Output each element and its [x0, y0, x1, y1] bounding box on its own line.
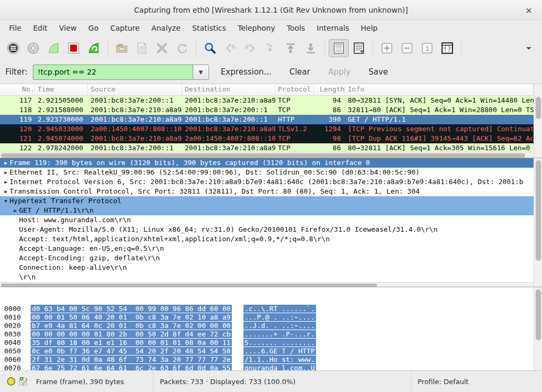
column-header-info[interactable]: Info [345, 84, 534, 95]
expand-arrow-icon[interactable]: ▶ [2, 189, 10, 194]
list-interfaces-icon[interactable] [3, 39, 23, 57]
column-header-destination[interactable]: Destination [182, 84, 275, 95]
hex-row[interactable]: 0000d0 63 b4 00 5c 90 52 54 00 99 00 96 … [0, 305, 542, 313]
cell-dst: 2001:bc8:3a7e:210:a8a9 [182, 124, 275, 134]
expand-arrow-icon[interactable]: ▶ [2, 160, 10, 166]
packet-row[interactable]: 1172.9215050002001:bc8:3a7e:200::12001:b… [0, 96, 534, 105]
wireshark-window: Capturing from eth0 [Wireshark 1.12.1 (G… [0, 0, 542, 392]
detail-row[interactable]: ▶GET / HTTP/1.1\r\n [0, 206, 534, 215]
hex-ascii: ...P.@ . ..:~.... [243, 313, 316, 321]
hex-row[interactable]: 003000 00 00 00 00 01 80 2b 00 50 2d 8f … [0, 330, 542, 339]
hex-bytes: 00 00 01 50 06 40 20 01 0b c8 3a 7e 02 1… [31, 313, 232, 321]
detail-row[interactable]: ▶Internet Protocol Version 6, Src: 2001:… [0, 177, 534, 187]
menu-item-tools[interactable]: Tools [281, 22, 311, 34]
capture-options-icon[interactable] [23, 39, 43, 57]
details-vscrollbar[interactable] [534, 158, 542, 287]
menu-item-capture[interactable]: Capture [104, 22, 146, 34]
detail-row[interactable]: Connection: keep-alive\r\n [0, 263, 534, 272]
expand-arrow-icon[interactable]: ▶ [12, 208, 19, 213]
auto-scroll-icon[interactable] [349, 39, 369, 57]
hex-row[interactable]: 007067 6e 75 72 61 6e 64 61 6c 2e 63 6f … [0, 364, 542, 370]
expand-arrow-icon[interactable]: ▼ [2, 198, 10, 204]
hex-row[interactable]: 00500c e0 0b f7 36 e7 47 45 54 20 2f 20 … [0, 347, 542, 355]
details-hscrollbar[interactable] [0, 282, 534, 287]
hex-vscrollbar[interactable] [534, 287, 542, 370]
capture-stop-icon[interactable] [64, 39, 84, 57]
capture-start-icon[interactable] [43, 39, 64, 57]
packet-row[interactable]: 1202.9450330002a00:1450:4007:808::102001… [0, 124, 534, 134]
column-header-no[interactable]: No. [0, 84, 35, 95]
colorize-icon[interactable] [329, 39, 349, 57]
packet-list-vscrollbar[interactable] [534, 84, 542, 158]
zoom-out-icon[interactable] [397, 39, 417, 57]
filter-dropdown-icon[interactable]: ▼ [193, 65, 209, 80]
zoom-100-icon[interactable]: 1 [417, 39, 437, 57]
go-forward-icon[interactable] [240, 39, 260, 57]
zoom-in-icon[interactable] [377, 39, 397, 57]
filter-expression-button[interactable]: Expression... [214, 64, 278, 80]
column-header-source[interactable]: Source [88, 84, 182, 95]
menu-item-analyze[interactable]: Analyze [146, 22, 186, 34]
column-header-protocol[interactable]: Protocol [275, 84, 314, 95]
detail-row[interactable]: ▼Hypertext Transfer Protocol [0, 196, 534, 206]
detail-row[interactable]: Accept-Language: en-US,en;q=0.5\r\n [0, 244, 534, 253]
packet-list-hscrollbar[interactable] [0, 152, 534, 158]
packet-row[interactable]: 1182.9215880002001:bc8:3a7e:210:a8a92001… [0, 105, 534, 115]
expert-info-icon[interactable] [6, 377, 16, 386]
resize-columns-icon[interactable]: + + [437, 39, 457, 57]
cell-info: 80→32811 [SYN, ACK] Seq=0 Ack=1 Win=1448… [345, 96, 534, 105]
filter-save-button[interactable]: Save [362, 64, 394, 80]
menu-item-file[interactable]: File [3, 22, 27, 34]
menu-item-telephony[interactable]: Telephony [232, 22, 281, 34]
packet-row[interactable]: 1212.9450740002001:bc8:3a7e:210:a8a92a00… [0, 134, 534, 143]
cell-no: 122 [0, 143, 35, 152]
more-tools-icon[interactable] [519, 39, 539, 57]
menu-item-view[interactable]: View [53, 22, 83, 34]
hex-row[interactable]: 0020b7 e9 4a 81 64 0c 20 01 0b c8 3a 7e … [0, 322, 542, 330]
filter-input[interactable] [33, 65, 193, 80]
save-file-icon[interactable]: 010101100011 [132, 39, 152, 57]
menu-item-edit[interactable]: Edit [27, 22, 53, 34]
go-to-packet-icon[interactable] [260, 39, 281, 57]
packet-row[interactable]: 1192.9237300002001:bc8:3a7e:210:a8a92001… [0, 115, 534, 124]
hex-row[interactable]: 00602f 31 2e 31 0d 0a 48 6f 73 74 3a 20 … [0, 355, 542, 364]
menu-item-help[interactable]: Help [355, 22, 384, 34]
detail-row[interactable]: ▶Frame 119: 390 bytes on wire (3120 bits… [0, 158, 534, 168]
hex-row[interactable]: 001000 00 01 50 06 40 20 01 0b c8 3a 7e … [0, 313, 542, 322]
detail-row[interactable]: Host: www.gnurandal.com\r\n [0, 215, 534, 225]
expand-arrow-icon[interactable]: ▶ [2, 170, 10, 175]
find-packet-icon[interactable] [200, 39, 220, 57]
hex-row[interactable]: 004035 df 80 18 00 e1 e1 16 00 00 01 01 … [0, 339, 542, 347]
filter-clear-button[interactable]: Clear [283, 64, 317, 80]
go-to-top-icon[interactable] [281, 39, 301, 57]
window-title: Capturing from eth0 [Wireshark 1.12.1 (G… [134, 6, 408, 14]
detail-row[interactable]: ▶Ethernet II, Src: RealtekU_99:00:96 (52… [0, 168, 534, 177]
status-profile-text[interactable]: Profile: Default [418, 378, 468, 386]
detail-text: Host: www.gnurandal.com\r\n [19, 216, 131, 224]
column-header-time[interactable]: Time [35, 84, 88, 95]
hex-offset: 0070 [4, 364, 26, 370]
detail-row[interactable]: ▶Transmission Control Protocol, Src Port… [0, 187, 534, 196]
capture-restart-icon[interactable] [84, 39, 104, 57]
status-left-text: Frame (frame), 390 bytes [36, 378, 124, 386]
menu-item-internals[interactable]: Internals [311, 22, 355, 34]
detail-row[interactable]: \r\n [0, 272, 534, 282]
menu-item-go[interactable]: Go [83, 22, 104, 34]
cell-proto: TCP [275, 96, 314, 105]
expand-arrow-icon[interactable]: ▶ [2, 179, 10, 185]
close-window-icon[interactable]: × [523, 4, 535, 16]
detail-row[interactable]: Accept-Encoding: gzip, deflate\r\n [0, 253, 534, 263]
menu-item-statistics[interactable]: Statistics [186, 22, 232, 34]
open-file-icon[interactable] [112, 39, 132, 57]
reload-icon[interactable] [172, 39, 192, 57]
detail-row[interactable]: User-Agent: Mozilla/5.0 (X11; Linux x86_… [0, 225, 534, 234]
main-toolbar: 010101100011 1 + + [0, 36, 542, 60]
detail-text: Internet Protocol Version 6, Src: 2001:b… [10, 178, 523, 186]
capture-comment-icon[interactable] [18, 376, 29, 387]
go-to-bottom-icon[interactable] [301, 39, 321, 57]
go-back-icon[interactable] [220, 39, 240, 57]
detail-row[interactable]: Accept: text/html,application/xhtml+xml,… [0, 234, 534, 244]
packet-row[interactable]: 1222.9782420002001:bc8:3a7e:200::12001:b… [0, 143, 534, 152]
close-file-icon[interactable] [152, 39, 172, 57]
column-header-length[interactable]: Length [314, 84, 345, 95]
